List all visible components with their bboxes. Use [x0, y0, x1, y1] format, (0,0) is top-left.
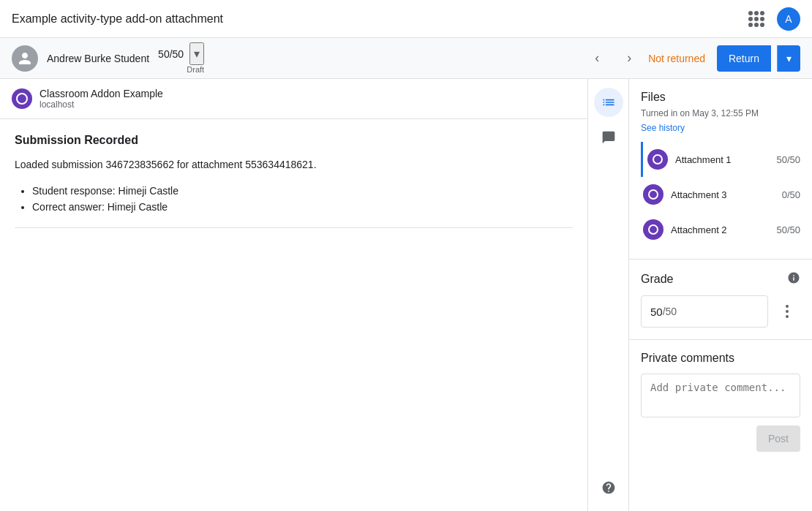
grade-header: Grade: [641, 271, 800, 287]
grade-input[interactable]: 50 /50: [641, 295, 768, 328]
student-bar-right: ‹ › Not returned Return ▾: [584, 45, 800, 72]
list-item: Correct answer: Himeji Castle: [32, 201, 573, 213]
list-icon: [601, 95, 616, 110]
private-comments-section: Private comments Post: [629, 340, 812, 463]
submission-title: Submission Recorded: [15, 134, 573, 147]
chevron-down-icon: ▾: [786, 53, 792, 64]
addon-title: Classroom Addon Example: [40, 88, 163, 99]
list-view-button[interactable]: [594, 88, 623, 117]
grade-total: /50: [663, 306, 677, 317]
grade-title: Grade: [641, 273, 673, 286]
grid-apps-button[interactable]: [742, 4, 771, 34]
toolbar-bottom: [594, 473, 623, 502]
info-icon: [787, 271, 800, 284]
student-score: 50/50: [158, 48, 184, 60]
post-btn-row: Post: [641, 425, 800, 452]
attachment-icon-inner: [648, 224, 658, 235]
list-item: Student response: Himeji Castle: [32, 185, 573, 197]
submission-content: Submission Recorded Loaded submission 34…: [0, 119, 587, 257]
comment-button[interactable]: [594, 123, 623, 152]
submission-list: Student response: Himeji Castle Correct …: [15, 185, 573, 213]
top-bar-icons: A: [742, 4, 800, 34]
score-dropdown-button[interactable]: ▾: [189, 42, 204, 65]
attachment-icon-inner: [648, 189, 658, 200]
content-area: Classroom Addon Example localhost Submis…: [0, 79, 588, 511]
submission-description: Loaded submission 346723835662 for attac…: [15, 159, 573, 170]
status-badge: Not returned: [648, 53, 705, 64]
return-button[interactable]: Return: [717, 45, 771, 72]
draft-label: Draft: [187, 65, 204, 74]
next-student-button[interactable]: ›: [616, 45, 642, 72]
main-layout: Classroom Addon Example localhost Submis…: [0, 79, 812, 511]
grade-input-row: 50 /50: [641, 295, 800, 328]
attachment-score: 50/50: [776, 224, 800, 235]
addon-info: Classroom Addon Example localhost: [40, 88, 163, 110]
user-avatar[interactable]: A: [777, 7, 800, 31]
student-avatar: [12, 45, 38, 72]
files-section: Files Turned in on May 3, 12:55 PM See h…: [629, 79, 812, 260]
prev-student-button[interactable]: ‹: [584, 45, 610, 72]
apps-grid-icon: [748, 11, 764, 27]
attachment-name: Attachment 1: [675, 154, 769, 165]
grade-menu-button[interactable]: [774, 298, 800, 325]
attachment-icon: [647, 149, 668, 170]
side-toolbar: [588, 79, 629, 511]
help-button[interactable]: [594, 473, 623, 502]
student-name: Andrew Burke Student: [47, 53, 149, 64]
files-title: Files: [641, 91, 800, 104]
student-info: Andrew Burke Student 50/50 ▾ Draft: [12, 42, 204, 74]
addon-icon: [12, 88, 32, 109]
right-panel: Files Turned in on May 3, 12:55 PM See h…: [629, 79, 812, 511]
attachment-item[interactable]: Attachment 2 50/50: [641, 212, 800, 247]
attachment-name: Attachment 2: [671, 224, 769, 235]
attachment-icon-inner: [653, 154, 663, 164]
student-bar: Andrew Burke Student 50/50 ▾ Draft ‹ › N…: [0, 38, 812, 79]
see-history-link[interactable]: See history: [641, 123, 685, 133]
page-title: Example activity-type add-on attachment: [12, 12, 223, 26]
attachment-score: 0/50: [782, 189, 800, 200]
attachment-icon: [643, 184, 663, 205]
comment-input[interactable]: [641, 374, 800, 417]
divider: [15, 227, 573, 228]
more-vert-icon: [786, 305, 789, 318]
attachment-score: 50/50: [776, 154, 800, 165]
comment-icon: [601, 130, 616, 145]
return-dropdown-button[interactable]: ▾: [777, 45, 800, 72]
private-comments-title: Private comments: [641, 352, 800, 365]
files-turned-in: Turned in on May 3, 12:55 PM: [641, 108, 800, 118]
attachment-item[interactable]: Attachment 1 50/50: [641, 142, 800, 177]
grade-value: 50: [650, 306, 663, 318]
top-bar: Example activity-type add-on attachment …: [0, 0, 812, 38]
post-button[interactable]: Post: [756, 425, 800, 452]
grade-section: Grade 50 /50: [629, 260, 812, 340]
score-block: 50/50 ▾ Draft: [158, 42, 204, 74]
addon-subtitle: localhost: [40, 99, 163, 110]
attachment-name: Attachment 3: [671, 189, 775, 200]
help-icon: [601, 480, 616, 495]
attachment-icon: [643, 219, 663, 240]
attachment-item[interactable]: Attachment 3 0/50: [641, 177, 800, 212]
addon-header: Classroom Addon Example localhost: [0, 79, 587, 119]
addon-icon-inner: [16, 93, 28, 105]
student-name-block: Andrew Burke Student: [47, 53, 149, 64]
grade-info-button[interactable]: [787, 271, 800, 287]
